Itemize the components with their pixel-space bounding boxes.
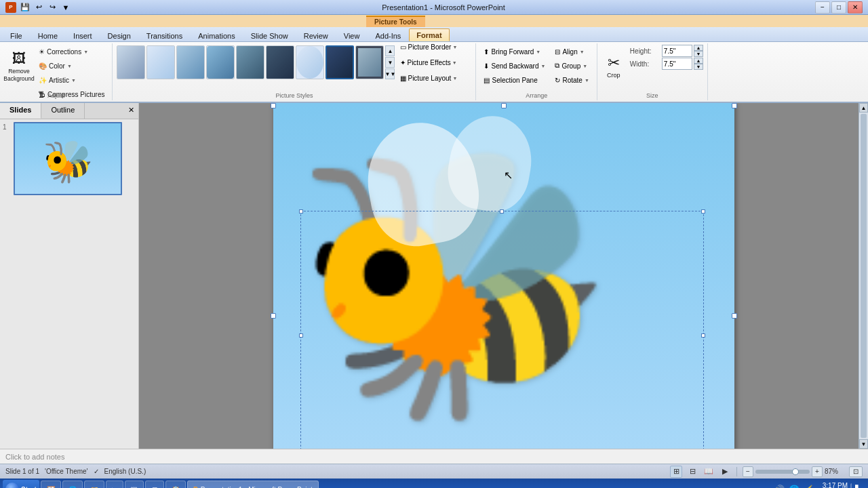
tab-animations[interactable]: Animations (191, 29, 242, 41)
style-thumb-4[interactable] (206, 45, 235, 79)
show-desktop-btn[interactable]: ▌ (850, 483, 863, 488)
system-tray-icon-1[interactable]: 🔊 (773, 483, 785, 488)
rotate-button[interactable]: ↻ Rotate ▼ (551, 73, 592, 87)
qat-more[interactable]: ▼ (60, 1, 72, 14)
firefox-icon: 🌐 (68, 486, 77, 489)
ribbon-content: 🖼 RemoveBackground ☀ Corrections ▼ 🎨 Col… (0, 42, 868, 103)
system-tray-icon-3[interactable]: ⚡ (803, 483, 815, 488)
remove-background-button[interactable]: 🖼 RemoveBackground (4, 45, 34, 88)
taskbar-firefox[interactable]: 🌐 (62, 481, 83, 488)
app-icon: P (5, 2, 16, 13)
taskbar-screen[interactable]: 🖥 (145, 481, 164, 488)
corrections-button[interactable]: ☀ Corrections ▼ (35, 45, 108, 58)
taskbar-files[interactable]: 📁 (84, 481, 104, 488)
tab-format[interactable]: Format (409, 28, 449, 41)
zoom-slider[interactable] (755, 470, 810, 474)
tab-outline[interactable]: Outline (41, 103, 85, 119)
clock[interactable]: 3:17 PM 7/30/2018 (818, 482, 848, 488)
width-down[interactable]: ▼ (694, 64, 703, 70)
zoom-controls: − + 87% (743, 466, 845, 477)
notes-area[interactable]: Click to add notes (0, 449, 868, 464)
qat-save[interactable]: 💾 (19, 1, 31, 14)
notes-placeholder: Click to add notes (5, 453, 64, 461)
tab-review[interactable]: Review (296, 29, 336, 41)
tab-slideshow[interactable]: Slide Show (243, 29, 296, 41)
tab-home[interactable]: Home (31, 29, 65, 41)
picture-effects-button[interactable]: ✦ Picture Effects ▼ (397, 55, 471, 70)
style-thumb-1[interactable] (117, 45, 145, 79)
close-button[interactable]: ✕ (848, 1, 863, 14)
tab-transitions[interactable]: Transitions (139, 29, 190, 41)
zoom-in-btn[interactable]: + (812, 466, 823, 477)
selection-pane-button[interactable]: ▤ Selection Pane (480, 73, 549, 87)
tab-file[interactable]: File (3, 29, 30, 41)
effects-label: Picture Effects (407, 59, 450, 66)
slideshow-btn[interactable]: ▶ (719, 466, 731, 478)
normal-view-btn[interactable]: ⊞ (670, 466, 682, 478)
tab-addins[interactable]: Add-Ins (368, 29, 408, 41)
style-thumb-3[interactable] (176, 45, 205, 79)
slide-sorter-btn[interactable]: ⊟ (686, 466, 698, 478)
color-icon: 🎨 (39, 62, 47, 70)
window-title: Presentation1 - Microsoft PowerPoint (72, 3, 815, 12)
start-button[interactable]: Start (3, 480, 39, 488)
color-button[interactable]: 🎨 Color ▼ (35, 59, 108, 73)
bring-forward-button[interactable]: ⬆ Bring Forward ▼ (480, 45, 549, 58)
compress-button[interactable]: 🗜 Compress Pictures (35, 87, 108, 101)
color-label: Color (49, 62, 65, 70)
height-up[interactable]: ▲ (694, 45, 703, 51)
style-thumb-9[interactable] (355, 45, 384, 79)
tab-view[interactable]: View (336, 29, 368, 41)
fit-slide-btn[interactable]: ⊡ (849, 466, 863, 477)
style-thumb-7[interactable] (296, 45, 324, 79)
picture-styles-label: Picture Styles (275, 92, 313, 99)
taskbar-security[interactable]: 🛡 (125, 481, 144, 488)
reading-view-btn[interactable]: 📖 (703, 466, 715, 478)
height-down[interactable]: ▼ (694, 51, 703, 57)
tab-slides[interactable]: Slides (0, 103, 41, 119)
taskbar-clipboard[interactable]: 📋 (165, 481, 186, 488)
artistic-effects-button[interactable]: ✨ Artistic ▼ (35, 73, 108, 87)
gallery-up[interactable]: ▲ (385, 45, 395, 56)
picture-border-button[interactable]: ▭ Picture Border ▼ (397, 42, 471, 54)
style-thumb-2[interactable] (146, 45, 175, 79)
gallery-down[interactable]: ▼ (385, 57, 395, 68)
tab-design[interactable]: Design (100, 29, 138, 41)
size-group: ✂ Crop Height: ▲ ▼ Width: ▲ (597, 43, 708, 100)
style-thumb-8[interactable] (326, 45, 354, 79)
height-row: Height: ▲ ▼ (630, 45, 703, 57)
qat-redo[interactable]: ↪ (46, 1, 58, 14)
crop-button[interactable]: ✂ Crop (601, 45, 626, 88)
width-up[interactable]: ▲ (694, 58, 703, 64)
group-button[interactable]: ⧉ Group ▼ (551, 59, 592, 73)
picture-styles-group: ▲ ▼ ▼▼ ▭ Picture Border ▼ ✦ Picture Effe… (113, 43, 476, 100)
panel-close-button[interactable]: ✕ (124, 103, 138, 119)
zoom-percent[interactable]: 87% (825, 468, 845, 475)
style-thumb-5[interactable] (236, 45, 264, 79)
canvas-area[interactable]: 🐝 (139, 103, 868, 449)
minimize-button[interactable]: − (815, 1, 830, 14)
scroll-up[interactable]: ▲ (859, 103, 868, 113)
qat-undo[interactable]: ↩ (33, 1, 45, 14)
height-input[interactable] (662, 45, 692, 57)
scroll-thumb[interactable] (861, 114, 867, 438)
vertical-scrollbar[interactable]: ▲ ▼ (859, 103, 868, 449)
send-backward-button[interactable]: ⬇ Send Backward ▼ (480, 59, 549, 73)
scroll-down[interactable]: ▼ (859, 439, 868, 449)
align-button[interactable]: ⊟ Align ▼ (551, 45, 592, 58)
width-input[interactable] (662, 58, 692, 70)
taskbar-powerpoint[interactable]: P Presentation1 - Microsoft PowerPoint (187, 481, 319, 488)
zoom-out-btn[interactable]: − (743, 466, 753, 477)
style-thumb-6[interactable] (266, 45, 294, 79)
gallery-more[interactable]: ▼▼ (385, 68, 395, 79)
height-spinner: ▲ ▼ (694, 45, 703, 57)
tab-insert[interactable]: Insert (66, 29, 100, 41)
slide[interactable]: 🐝 (273, 103, 734, 449)
slide-1-thumbnail[interactable]: 🐝 (14, 122, 122, 195)
picture-layout-button[interactable]: ▦ Picture Layout ▼ (397, 70, 471, 85)
compress-icon: 🗜 (39, 91, 45, 98)
system-tray-icon-2[interactable]: 🌐 (788, 483, 800, 488)
taskbar-explorer[interactable]: 🪟 (41, 481, 61, 488)
maximize-button[interactable]: □ (831, 1, 846, 14)
taskbar-player[interactable]: ▶ (106, 481, 123, 488)
